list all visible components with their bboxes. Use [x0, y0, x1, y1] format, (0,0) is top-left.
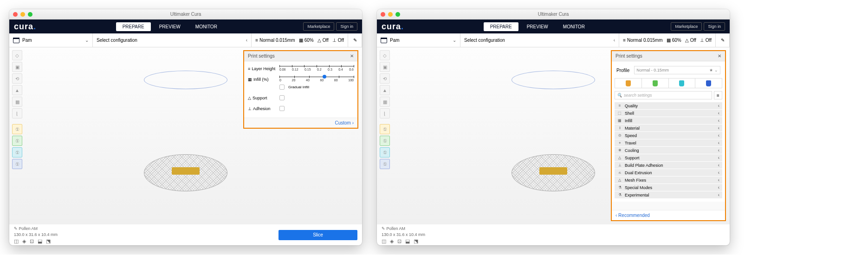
category-experimental[interactable]: ⚗Experimental‹	[615, 191, 722, 198]
extruder-tab-3[interactable]	[669, 79, 696, 88]
chevron-left-icon: ‹	[718, 103, 719, 108]
infill-slider[interactable]: 020406080100	[279, 77, 354, 82]
view-xray-icon[interactable]: ◈	[390, 238, 394, 244]
category-support[interactable]: △Support‹	[615, 154, 722, 161]
tool-mirror[interactable]: ▲	[380, 85, 390, 95]
view-layer-icon[interactable]: ⊡	[397, 238, 402, 244]
chevron-left-icon: ‹	[718, 192, 719, 197]
nav-monitor[interactable]: MONITOR	[557, 22, 591, 31]
traffic-lights	[381, 12, 400, 17]
close-icon[interactable]: ✕	[718, 53, 721, 59]
gradual-infill-checkbox[interactable]	[279, 85, 285, 90]
tool-sidebar: ◇ ▣ ⟲ ▲ ▦ ⌊ ① ① ① ①	[380, 50, 390, 169]
edit-profile-button[interactable]: ✎	[348, 33, 362, 47]
marketplace-button[interactable]: Marketplace	[303, 22, 334, 31]
extruder-1[interactable]: ①	[380, 124, 390, 134]
extruder-tab-4[interactable]	[695, 79, 722, 88]
category-material[interactable]: ⦀Material‹	[615, 124, 722, 131]
maximize-icon[interactable]	[28, 12, 32, 17]
extruder-4[interactable]: ①	[12, 159, 22, 169]
viewport[interactable]: ◇ ▣ ⟲ ▲ ▦ ⌊ ① ① ① ① Print settings ✕ ≡La…	[9, 47, 362, 224]
custom-link[interactable]: Custom ›	[335, 120, 354, 125]
category-quality[interactable]: ≡Quality‹	[615, 102, 722, 109]
category-shell[interactable]: ⬚Shell‹	[615, 110, 722, 117]
profile-dropdown[interactable]: Normal - 0.15mm ★ ⌄	[634, 66, 720, 74]
view-solid-icon[interactable]: ◫	[382, 238, 386, 244]
maximize-icon[interactable]	[395, 12, 400, 17]
category-icon: ⊙	[617, 133, 622, 138]
view-front-icon[interactable]: ⬓	[38, 238, 42, 244]
tool-scale[interactable]: ▣	[380, 62, 390, 72]
model-object[interactable]	[539, 167, 567, 175]
category-build-plate-adhesion[interactable]: ⊥Build Plate Adhesion‹	[615, 162, 722, 169]
viewport[interactable]: ◇ ▣ ⟲ ▲ ▦ ⌊ ① ① ① ① Print settings ✕ Pro…	[377, 47, 730, 224]
model-object[interactable]	[172, 167, 200, 175]
edit-profile-button[interactable]: ✎	[716, 33, 730, 47]
slice-button[interactable]: Slice	[279, 230, 357, 240]
recommended-link[interactable]: ‹ Recommended	[615, 213, 650, 218]
close-icon[interactable]	[381, 12, 385, 17]
nav-prepare[interactable]: PREPARE	[484, 22, 518, 31]
view-layer-icon[interactable]: ⊡	[30, 238, 34, 244]
config-selector[interactable]: Select configuration ‹	[460, 33, 619, 47]
file-selector[interactable]: Pam ⌄	[9, 33, 93, 47]
adhesion-checkbox[interactable]	[279, 106, 285, 111]
window-title: Ultimaker Cura	[538, 12, 569, 17]
tool-mesh[interactable]: ▦	[12, 97, 22, 107]
tool-rotate[interactable]: ⟲	[380, 73, 390, 84]
category-travel[interactable]: ⌖Travel‹	[615, 139, 722, 146]
extruder-4[interactable]: ①	[380, 159, 390, 169]
file-selector[interactable]: Pam ⌄	[377, 33, 460, 47]
marketplace-button[interactable]: Marketplace	[671, 22, 702, 31]
category-special-modes[interactable]: ⚗Special Modes‹	[615, 184, 722, 191]
tool-move[interactable]: ◇	[380, 50, 390, 60]
support-checkbox[interactable]	[279, 95, 285, 100]
category-mesh-fixes[interactable]: △Mesh Fixes‹	[615, 177, 722, 183]
nav-prepare[interactable]: PREPARE	[116, 22, 151, 31]
extruder-tab-1[interactable]	[615, 79, 642, 88]
profile-summary[interactable]: ≡Normal 0.015mm ▦60% △Off ⊥Off	[252, 33, 348, 47]
shield-icon	[706, 80, 711, 86]
category-speed[interactable]: ⊙Speed‹	[615, 132, 722, 139]
layer-height-slider[interactable]: 0.060.120.150.20.30.40.6	[279, 66, 354, 71]
category-cooling[interactable]: ❄Cooling‹	[615, 147, 722, 154]
view-iso-icon[interactable]: ⬔	[46, 238, 51, 244]
view-iso-icon[interactable]: ⬔	[414, 238, 418, 244]
config-selector[interactable]: Select configuration ‹	[93, 33, 252, 47]
tool-scale[interactable]: ▣	[12, 62, 22, 72]
tool-support[interactable]: ⌊	[380, 108, 390, 118]
tool-support[interactable]: ⌊	[12, 108, 22, 118]
view-xray-icon[interactable]: ◈	[22, 238, 26, 244]
profile-summary[interactable]: ≡Normal 0.015mm ▦60% △Off ⊥Off	[619, 33, 716, 47]
infill-knob[interactable]	[323, 75, 326, 79]
tool-mesh[interactable]: ▦	[380, 97, 390, 107]
nav-monitor[interactable]: MONITOR	[189, 22, 224, 31]
nav-preview[interactable]: PREVIEW	[153, 22, 187, 31]
extruder-3[interactable]: ①	[380, 147, 390, 157]
chevron-left-icon: ‹	[718, 177, 719, 183]
signin-button[interactable]: Sign in	[336, 22, 357, 31]
close-icon[interactable]: ✕	[350, 53, 354, 59]
settings-menu-button[interactable]: ≡	[714, 91, 722, 99]
category-icon: △	[617, 178, 622, 183]
category-infill[interactable]: ▦Infill‹	[615, 117, 722, 124]
search-input[interactable]: 🔍 search settings	[615, 91, 712, 99]
minimize-icon[interactable]	[388, 12, 393, 17]
tool-move[interactable]: ◇	[12, 50, 22, 60]
logo: cura.	[382, 22, 404, 32]
category-dual-extrusion[interactable]: ⎌Dual Extrusion‹	[615, 169, 722, 176]
minimize-icon[interactable]	[20, 12, 25, 17]
tool-rotate[interactable]: ⟲	[12, 73, 22, 84]
extruder-2[interactable]: ①	[12, 136, 22, 146]
signin-button[interactable]: Sign in	[704, 22, 725, 31]
nav-preview[interactable]: PREVIEW	[520, 22, 555, 31]
tool-mirror[interactable]: ▲	[12, 85, 22, 95]
extruder-1[interactable]: ①	[12, 124, 22, 134]
view-solid-icon[interactable]: ◫	[14, 238, 19, 244]
view-front-icon[interactable]: ⬓	[405, 238, 410, 244]
extruder-3[interactable]: ①	[12, 147, 22, 157]
extruder-2[interactable]: ①	[380, 136, 390, 146]
infill-icon: ▦	[299, 38, 303, 43]
close-icon[interactable]	[13, 12, 18, 17]
extruder-tab-2[interactable]	[642, 79, 669, 88]
